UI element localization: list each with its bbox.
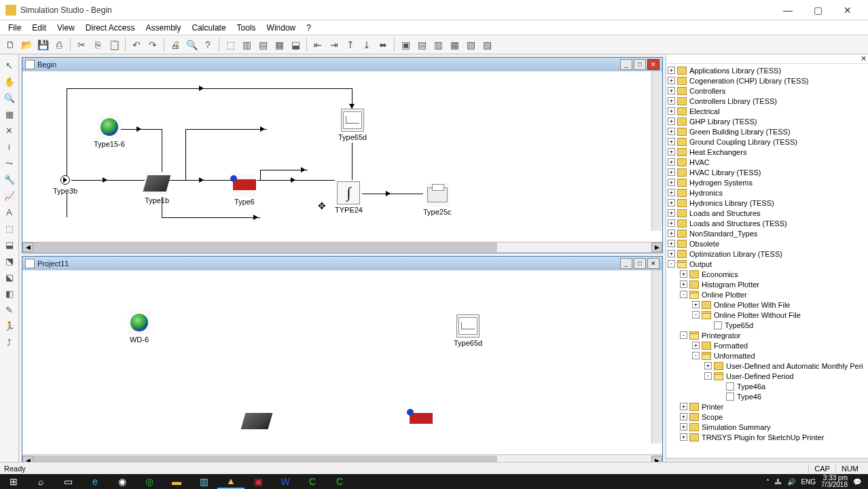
tree-expander[interactable]: + xyxy=(680,433,687,441)
tray-lang[interactable]: ENG xyxy=(801,478,816,486)
tree-item[interactable]: +Green Building Library (TESS) xyxy=(666,126,868,137)
menu-view[interactable]: View xyxy=(52,22,80,34)
tree-expander[interactable]: + xyxy=(668,179,675,186)
group-a-button[interactable]: ▣ xyxy=(398,37,413,52)
save-button[interactable]: 💾 xyxy=(35,37,50,52)
tree-expander[interactable]: + xyxy=(668,230,675,237)
tree-expander[interactable]: + xyxy=(692,301,700,308)
tray-notifications-icon[interactable]: 💬 xyxy=(853,478,861,486)
align-bottom-button[interactable]: ⤓ xyxy=(359,37,374,52)
align-top-button[interactable]: ⤒ xyxy=(343,37,358,52)
tree-item[interactable]: +Hydrogen Systems xyxy=(666,177,868,187)
tree-expander[interactable]: + xyxy=(668,87,675,94)
info-tool[interactable]: i xyxy=(1,139,18,154)
tree-item[interactable]: +Printer xyxy=(666,401,868,412)
tree-item[interactable]: +HVAC Library (TESS) xyxy=(666,167,868,177)
group-f-button[interactable]: ▨ xyxy=(480,37,494,52)
tree-expander[interactable]: + xyxy=(668,128,675,135)
menu-assembly[interactable]: Assembly xyxy=(141,22,187,34)
chrome-icon[interactable]: ◉ xyxy=(109,474,136,489)
tree-expander[interactable]: + xyxy=(668,250,675,257)
menu-calculate[interactable]: Calculate xyxy=(187,22,232,34)
tree-expander[interactable] xyxy=(704,321,712,329)
tree-expander[interactable]: + xyxy=(668,97,675,105)
component-tree[interactable]: +Applications Library (TESS)+Cogeneratio… xyxy=(666,64,868,458)
node-type65d[interactable]: Type65d xyxy=(338,109,367,141)
trnsys-icon[interactable]: ▲ xyxy=(217,474,245,489)
menu-edit[interactable]: Edit xyxy=(26,22,52,34)
print-button[interactable]: 🖨 xyxy=(168,37,183,52)
tree-expander[interactable]: + xyxy=(668,209,675,217)
tree-item[interactable]: +Economics xyxy=(666,269,868,279)
tree-expander[interactable]: + xyxy=(668,148,675,156)
tree-item[interactable]: +Applications Library (TESS) xyxy=(666,65,868,75)
tree-item[interactable]: +Electrical xyxy=(666,106,868,116)
node-type25c[interactable]: Type25c xyxy=(423,183,452,216)
subwin-minimize-button[interactable]: _ xyxy=(620,258,632,269)
tree-item[interactable]: +Formatted xyxy=(666,340,868,350)
tree-item[interactable]: +Loads and Structures xyxy=(666,208,868,218)
t5-tool[interactable]: ⬕ xyxy=(1,270,18,285)
text-tool[interactable]: A xyxy=(1,204,18,219)
subwindow-begin-titlebar[interactable]: Begin _ □ ✕ xyxy=(22,58,662,71)
new-button[interactable]: 🗋 xyxy=(3,37,18,52)
subwin-maximize-button[interactable]: □ xyxy=(634,258,646,269)
tree-item[interactable]: +Obsolete xyxy=(666,238,868,249)
tree-item[interactable]: +Hydronics xyxy=(666,187,868,198)
tree-expander[interactable]: + xyxy=(680,423,687,431)
tree-expander[interactable]: + xyxy=(680,280,687,288)
scroll-left-button[interactable]: ◀ xyxy=(22,242,33,252)
tree-expander[interactable]: + xyxy=(668,107,675,115)
tree-expander[interactable]: + xyxy=(668,240,675,247)
tree-expander[interactable]: + xyxy=(668,219,675,227)
tree-expander[interactable]: - xyxy=(704,372,712,380)
tool-e-button[interactable]: ⬓ xyxy=(288,37,303,52)
wrench-tool[interactable]: 🔧 xyxy=(1,172,18,187)
open-button[interactable]: 📂 xyxy=(19,37,34,52)
menu-direct-access[interactable]: Direct Access xyxy=(80,22,141,34)
menu-window[interactable]: Window xyxy=(261,22,302,34)
t2-tool[interactable]: ⬚ xyxy=(1,221,18,236)
tree-expander[interactable]: + xyxy=(668,158,675,166)
grid-tool[interactable]: ▦ xyxy=(1,107,18,122)
align-left-button[interactable]: ⇤ xyxy=(310,37,325,52)
tree-expander[interactable] xyxy=(717,382,724,390)
tree-item[interactable]: +Loads and Structures (TESS) xyxy=(666,218,868,228)
cut-button[interactable]: ✂ xyxy=(74,37,89,52)
edge-icon[interactable]: e xyxy=(82,474,109,489)
tree-expander[interactable]: + xyxy=(668,117,675,125)
tree-expander[interactable]: - xyxy=(692,352,700,359)
tree-item[interactable]: +Controllers xyxy=(666,86,868,96)
tool-c-button[interactable]: ▤ xyxy=(255,37,270,52)
tree-item[interactable]: +GHP Library (TESS) xyxy=(666,116,868,126)
panel-close-button[interactable]: ✕ xyxy=(666,54,868,64)
canvas-begin[interactable]: Type15-6 Type3b Type1b Type6 Type65d xyxy=(22,71,662,242)
link-tool[interactable]: ⤳ xyxy=(1,156,18,170)
acrobat-icon[interactable]: ▣ xyxy=(245,474,272,489)
subwin-minimize-button[interactable]: _ xyxy=(620,59,632,70)
tray-volume-icon[interactable]: 🔊 xyxy=(787,478,795,486)
tree-item[interactable]: -User-Defined Period xyxy=(666,371,868,381)
tray-network-icon[interactable]: 🖧 xyxy=(775,478,782,486)
menu-file[interactable]: File xyxy=(3,22,26,34)
tree-item[interactable]: Type46a xyxy=(666,381,868,391)
node-type15-6[interactable]: Type15-6 xyxy=(94,115,125,148)
tray-date[interactable]: 7/3/2018 xyxy=(821,482,848,488)
tree-item[interactable]: -Unformatted xyxy=(666,350,868,361)
tree-expander[interactable]: + xyxy=(680,413,687,420)
pen-tool[interactable]: ✎ xyxy=(1,302,18,317)
tree-item[interactable]: +Simulation Summary xyxy=(666,422,868,432)
menu-help[interactable]: ? xyxy=(301,22,317,34)
tool-b-button[interactable]: ▥ xyxy=(239,37,254,52)
taskview-button[interactable]: ▭ xyxy=(54,474,82,489)
tree-item[interactable]: +User-Defined and Automatic Monthly Peri xyxy=(666,361,868,371)
hand-tool[interactable]: ✋ xyxy=(1,74,18,89)
help-button[interactable]: ? xyxy=(200,37,215,52)
maximize-button[interactable]: ▢ xyxy=(803,1,833,20)
tree-item[interactable]: -Online Plotter xyxy=(666,289,868,300)
explorer-icon[interactable]: ▬ xyxy=(163,474,190,489)
search-button[interactable]: ⌕ xyxy=(27,474,54,489)
tool-a-button[interactable]: ⬚ xyxy=(223,37,238,52)
scroll-right-button[interactable]: ▶ xyxy=(651,242,662,252)
chart-tool[interactable]: 📈 xyxy=(1,188,18,203)
